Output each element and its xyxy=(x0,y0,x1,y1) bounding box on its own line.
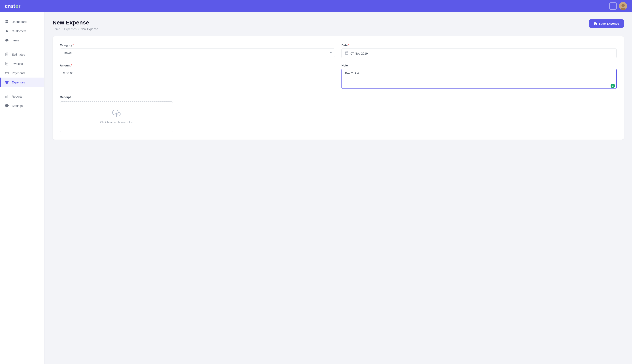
sidebar-item-estimates[interactable]: Estimates xyxy=(0,50,44,59)
svg-point-1 xyxy=(621,4,625,7)
svg-rect-4 xyxy=(7,20,8,22)
avatar[interactable] xyxy=(619,2,627,10)
expenses-icon xyxy=(5,80,9,84)
amount-field[interactable] xyxy=(60,69,335,77)
amount-group: Amount* xyxy=(60,64,335,90)
page-title: New Expense xyxy=(53,20,98,26)
calendar-icon xyxy=(345,51,349,56)
breadcrumb: Home / Expenses / New Expense xyxy=(53,28,98,31)
sidebar-item-label: Payments xyxy=(12,71,25,75)
sidebar-item-label: Estimates xyxy=(12,53,25,56)
sidebar-item-label: Invoices xyxy=(12,62,23,66)
svg-rect-19 xyxy=(6,96,6,98)
svg-marker-8 xyxy=(6,39,9,42)
customers-icon xyxy=(5,29,9,33)
app-logo: crater xyxy=(5,3,21,9)
expense-form: Category* Travel Food Utilities Entertai… xyxy=(53,36,624,140)
sidebar-item-expenses[interactable]: Expenses xyxy=(0,78,44,87)
payments-icon xyxy=(5,71,9,75)
svg-rect-5 xyxy=(6,22,7,23)
sidebar-item-reports[interactable]: Reports xyxy=(0,92,44,101)
note-wrapper: Bus Ticket G xyxy=(342,69,617,90)
svg-rect-6 xyxy=(7,22,8,23)
category-label: Category* xyxy=(60,44,335,47)
main-content: New Expense Home / Expenses / New Expens… xyxy=(45,12,632,364)
sidebar-item-label: Settings xyxy=(12,104,23,108)
sidebar-item-settings[interactable]: Settings xyxy=(0,101,44,110)
category-select[interactable]: Travel Food Utilities Entertainment Othe… xyxy=(60,48,335,57)
upload-hint: Click here to choose a file xyxy=(100,120,133,124)
note-label: Note xyxy=(342,64,617,67)
svg-rect-20 xyxy=(7,96,7,98)
receipt-section: Receipt : Click here to choose a file xyxy=(60,95,617,132)
sidebar-item-dashboard[interactable]: Dashboard xyxy=(0,17,44,26)
page-header: New Expense Home / Expenses / New Expens… xyxy=(53,20,624,31)
amount-label: Amount* xyxy=(60,64,335,67)
sidebar-item-label: Dashboard xyxy=(12,20,27,24)
items-icon xyxy=(5,38,9,42)
svg-point-7 xyxy=(6,30,8,31)
date-label: Date* xyxy=(342,44,617,47)
sidebar: Dashboard Customers Items Estimates I xyxy=(0,12,45,364)
note-group: Note Bus Ticket G xyxy=(342,64,617,90)
sidebar-item-label: Reports xyxy=(12,95,23,98)
save-icon xyxy=(594,22,597,25)
reports-icon xyxy=(5,94,9,98)
topnav: crater + xyxy=(0,0,632,12)
add-button[interactable]: + xyxy=(609,2,617,10)
sidebar-item-invoices[interactable]: Invoices xyxy=(0,59,44,68)
breadcrumb-current: New Expense xyxy=(81,28,98,31)
sidebar-item-label: Customers xyxy=(12,29,27,33)
date-field[interactable] xyxy=(351,52,613,55)
sidebar-item-payments[interactable]: Payments xyxy=(0,68,44,78)
settings-icon xyxy=(5,104,9,108)
invoices-icon xyxy=(5,62,9,66)
sidebar-item-items[interactable]: Items xyxy=(0,36,44,45)
breadcrumb-expenses[interactable]: Expenses xyxy=(64,28,76,31)
sidebar-item-label: Items xyxy=(12,38,19,42)
date-group: Date* xyxy=(342,44,617,58)
receipt-label: Receipt : xyxy=(60,95,617,99)
svg-rect-23 xyxy=(345,52,348,54)
sidebar-item-label: Expenses xyxy=(12,80,25,84)
svg-rect-21 xyxy=(8,95,8,98)
breadcrumb-home[interactable]: Home xyxy=(53,28,60,31)
sidebar-item-customers[interactable]: Customers xyxy=(0,26,44,36)
file-upload-dropzone[interactable]: Click here to choose a file xyxy=(60,101,173,132)
topnav-right: + xyxy=(609,2,627,10)
svg-rect-17 xyxy=(6,72,9,74)
dashboard-icon xyxy=(5,20,9,24)
svg-rect-3 xyxy=(6,20,7,22)
category-group: Category* Travel Food Utilities Entertai… xyxy=(60,44,335,58)
estimates-icon xyxy=(5,52,9,56)
grammarly-icon: G xyxy=(610,84,615,88)
note-field[interactable]: Bus Ticket xyxy=(342,69,617,89)
save-expense-button[interactable]: Save Expense xyxy=(589,20,624,28)
date-input-wrapper xyxy=(342,48,617,58)
upload-icon xyxy=(112,110,121,118)
